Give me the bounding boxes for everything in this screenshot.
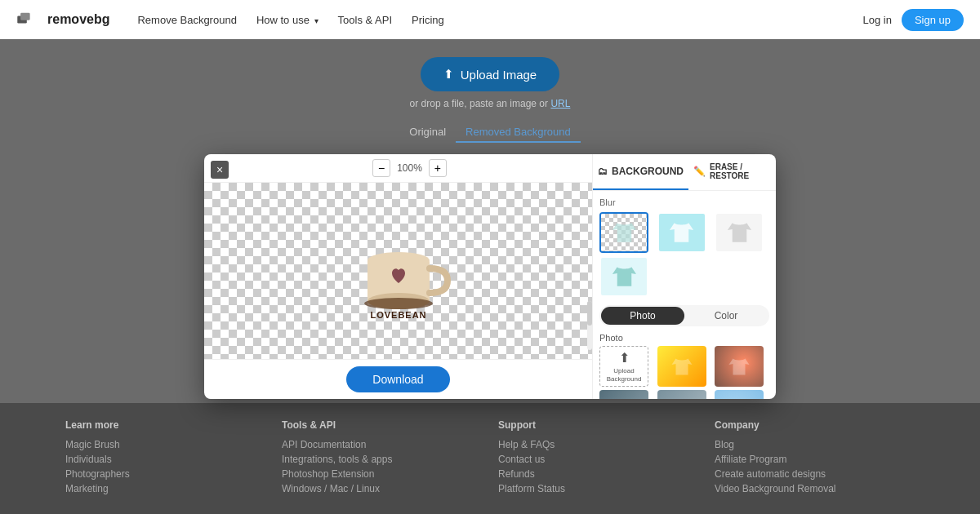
editor-panel: − 100% +: [204, 154, 592, 399]
svg-text:LOVEBEAN: LOVEBEAN: [370, 310, 426, 320]
product-image: LOVEBEAN: [333, 218, 464, 324]
photo-section-label: Photo: [599, 333, 769, 343]
shirt-icon: [727, 357, 751, 377]
blur-thumb-2[interactable]: [715, 212, 764, 253]
blur-thumb-1[interactable]: [657, 212, 706, 253]
erase-tab-label: ERASE / RESTORE: [710, 162, 771, 180]
blur-thumb-transparent[interactable]: [599, 212, 648, 253]
bg-panel-header: 🗂 BACKGROUND ✏️ ERASE / RESTORE: [593, 154, 776, 191]
photo-thumbnails: ⬆ Upload Background: [599, 346, 769, 399]
svg-rect-1: [20, 13, 30, 20]
nav-pricing[interactable]: Pricing: [412, 14, 444, 26]
bg-tab-label: BACKGROUND: [612, 166, 684, 177]
modal-body: − 100% +: [204, 154, 776, 399]
photo-thumb-yellow[interactable]: [657, 346, 706, 387]
bg-panel-content: Blur: [593, 191, 776, 399]
signup-button[interactable]: Sign up: [902, 9, 964, 31]
upload-bg-icon: ⬆: [619, 350, 630, 366]
shirt-icon: [670, 357, 694, 377]
zoom-in-button[interactable]: +: [429, 159, 447, 177]
photo-color-toggle: Photo Color: [599, 305, 769, 326]
photo-thumb-beach1[interactable]: [599, 390, 648, 399]
shirt-icon: [725, 220, 754, 245]
login-button[interactable]: Log in: [862, 14, 891, 26]
photo-thumb-bokeh[interactable]: [715, 346, 764, 387]
top-navigation: removebg Remove Background How to use ▾ …: [0, 0, 980, 39]
modal-overlay: × − 100% +: [0, 39, 980, 514]
modal-close-button[interactable]: ×: [211, 161, 229, 179]
photo-thumb-bokeh2[interactable]: [715, 390, 764, 399]
editor-modal: × − 100% +: [204, 154, 776, 399]
blur-thumbnails: [599, 212, 769, 297]
main-area: ⬆ Upload Image or drop a file, paste an …: [0, 39, 980, 514]
photo-toggle-button[interactable]: Photo: [601, 307, 684, 325]
photo-thumb-beach2[interactable]: [657, 390, 706, 399]
nav-auth-area: Log in Sign up: [862, 9, 964, 31]
zoom-out-button[interactable]: −: [372, 159, 390, 177]
logo-text: removebg: [47, 12, 109, 27]
shirt-icon: [610, 264, 639, 289]
download-button[interactable]: Download: [346, 366, 449, 392]
upload-bg-label: Upload Background: [600, 367, 648, 383]
logo[interactable]: removebg: [16, 11, 109, 28]
erase-restore-tab[interactable]: ✏️ ERASE / RESTORE: [688, 154, 776, 190]
color-toggle-button[interactable]: Color: [684, 307, 768, 325]
zoom-value: 100%: [397, 162, 422, 174]
background-tab[interactable]: 🗂 BACKGROUND: [593, 154, 688, 190]
nav-how-to-use[interactable]: How to use ▾: [256, 14, 318, 26]
nav-remove-background[interactable]: Remove Background: [137, 14, 236, 26]
upload-background-thumb[interactable]: ⬆ Upload Background: [599, 346, 648, 387]
blur-label: Blur: [599, 197, 769, 207]
shirt-icon: [667, 220, 696, 245]
shirt-icon: [610, 220, 639, 245]
eraser-icon: ✏️: [693, 166, 706, 177]
editor-footer: Download: [204, 359, 592, 399]
background-panel: 🗂 BACKGROUND ✏️ ERASE / RESTORE Blur: [592, 154, 776, 399]
layers-icon: 🗂: [598, 166, 608, 177]
blur-thumb-3[interactable]: [599, 256, 648, 297]
canvas-area: LOVEBEAN: [204, 183, 592, 359]
nav-tools-api[interactable]: Tools & API: [338, 14, 392, 26]
svg-point-5: [364, 298, 433, 309]
editor-toolbar: − 100% +: [204, 154, 592, 183]
